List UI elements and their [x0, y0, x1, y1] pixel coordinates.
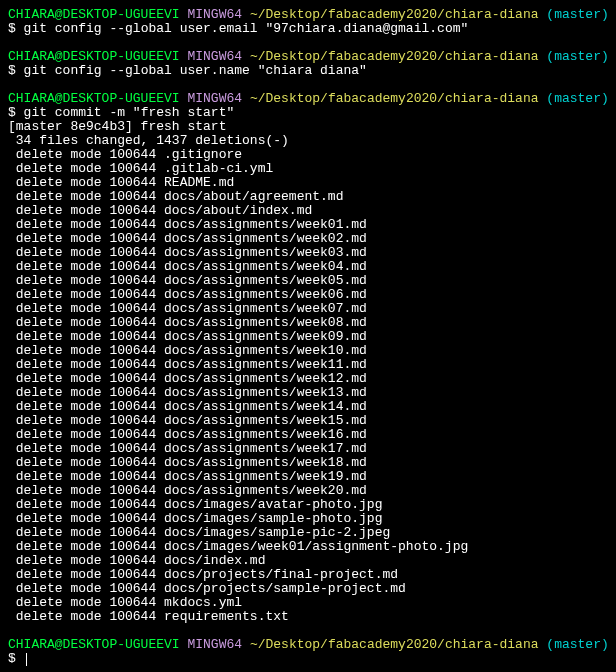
delete-mode-line: delete mode 100644 docs/assignments/week…	[8, 288, 608, 302]
delete-mode-line: delete mode 100644 mkdocs.yml	[8, 596, 608, 610]
delete-mode-line: delete mode 100644 docs/assignments/week…	[8, 428, 608, 442]
prompt-branch: master	[554, 7, 601, 22]
delete-mode-line: delete mode 100644 .gitlab-ci.yml	[8, 162, 608, 176]
prompt-line-2: CHIARA@DESKTOP-UGUEEVI MINGW64 ~/Desktop…	[8, 50, 608, 64]
delete-mode-line: delete mode 100644 docs/index.md	[8, 554, 608, 568]
blank-line	[8, 624, 608, 638]
delete-mode-line: delete mode 100644 docs/assignments/week…	[8, 232, 608, 246]
delete-mode-line: delete mode 100644 docs/about/agreement.…	[8, 190, 608, 204]
delete-mode-line: delete mode 100644 docs/assignments/week…	[8, 400, 608, 414]
delete-mode-line: delete mode 100644 docs/assignments/week…	[8, 456, 608, 470]
blank-line	[8, 78, 608, 92]
delete-mode-line: delete mode 100644 requirements.txt	[8, 610, 608, 624]
command-line-1[interactable]: $ git config --global user.email "97chia…	[8, 22, 608, 36]
terminal-output: CHIARA@DESKTOP-UGUEEVI MINGW64 ~/Desktop…	[8, 8, 608, 666]
delete-mode-line: delete mode 100644 README.md	[8, 176, 608, 190]
delete-mode-line: delete mode 100644 docs/assignments/week…	[8, 218, 608, 232]
delete-mode-line: delete mode 100644 docs/projects/sample-…	[8, 582, 608, 596]
delete-mode-line: delete mode 100644 docs/assignments/week…	[8, 442, 608, 456]
delete-mode-line: delete mode 100644 docs/images/week01/as…	[8, 540, 608, 554]
delete-mode-line: delete mode 100644 docs/assignments/week…	[8, 330, 608, 344]
delete-mode-line: delete mode 100644 docs/images/avatar-ph…	[8, 498, 608, 512]
command-line-active[interactable]: $	[8, 652, 608, 666]
command-line-3[interactable]: $ git commit -m "fresh start"	[8, 106, 608, 120]
delete-mode-line: delete mode 100644 docs/images/sample-pi…	[8, 526, 608, 540]
dollar-sign: $	[8, 21, 24, 36]
commit-summary: 34 files changed, 1437 deletions(-)	[8, 134, 608, 148]
blank-line	[8, 36, 608, 50]
command-text: git config --global user.email "97chiara…	[24, 21, 469, 36]
prompt-line-1: CHIARA@DESKTOP-UGUEEVI MINGW64 ~/Desktop…	[8, 8, 608, 22]
commit-result: [master 8e9c4b3] fresh start	[8, 120, 608, 134]
delete-mode-line: delete mode 100644 docs/assignments/week…	[8, 484, 608, 498]
delete-mode-line: delete mode 100644 docs/assignments/week…	[8, 274, 608, 288]
delete-mode-line: delete mode 100644 docs/assignments/week…	[8, 302, 608, 316]
delete-mode-line: delete mode 100644 docs/assignments/week…	[8, 386, 608, 400]
delete-mode-line: delete mode 100644 docs/assignments/week…	[8, 316, 608, 330]
delete-mode-line: delete mode 100644 docs/assignments/week…	[8, 246, 608, 260]
delete-mode-line: delete mode 100644 .gitignore	[8, 148, 608, 162]
delete-mode-line: delete mode 100644 docs/projects/final-p…	[8, 568, 608, 582]
prompt-line-4: CHIARA@DESKTOP-UGUEEVI MINGW64 ~/Desktop…	[8, 638, 608, 652]
delete-mode-line: delete mode 100644 docs/assignments/week…	[8, 414, 608, 428]
delete-mode-line: delete mode 100644 docs/assignments/week…	[8, 260, 608, 274]
delete-mode-line: delete mode 100644 docs/images/sample-ph…	[8, 512, 608, 526]
delete-mode-line: delete mode 100644 docs/assignments/week…	[8, 470, 608, 484]
delete-mode-line: delete mode 100644 docs/about/index.md	[8, 204, 608, 218]
prompt-sys: MINGW64	[180, 7, 242, 22]
prompt-path: ~/Desktop/fabacademy2020/chiara-diana	[250, 7, 539, 22]
delete-mode-line: delete mode 100644 docs/assignments/week…	[8, 358, 608, 372]
prompt-line-3: CHIARA@DESKTOP-UGUEEVI MINGW64 ~/Desktop…	[8, 92, 608, 106]
delete-mode-line: delete mode 100644 docs/assignments/week…	[8, 344, 608, 358]
cursor	[26, 653, 27, 666]
command-line-2[interactable]: $ git config --global user.name "chiara …	[8, 64, 608, 78]
prompt-user: CHIARA@DESKTOP-UGUEEVI	[8, 7, 180, 22]
delete-mode-line: delete mode 100644 docs/assignments/week…	[8, 372, 608, 386]
